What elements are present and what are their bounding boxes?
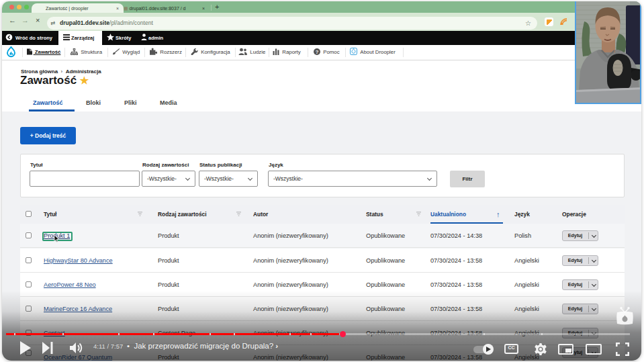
svg-text:?: ? (316, 49, 319, 55)
